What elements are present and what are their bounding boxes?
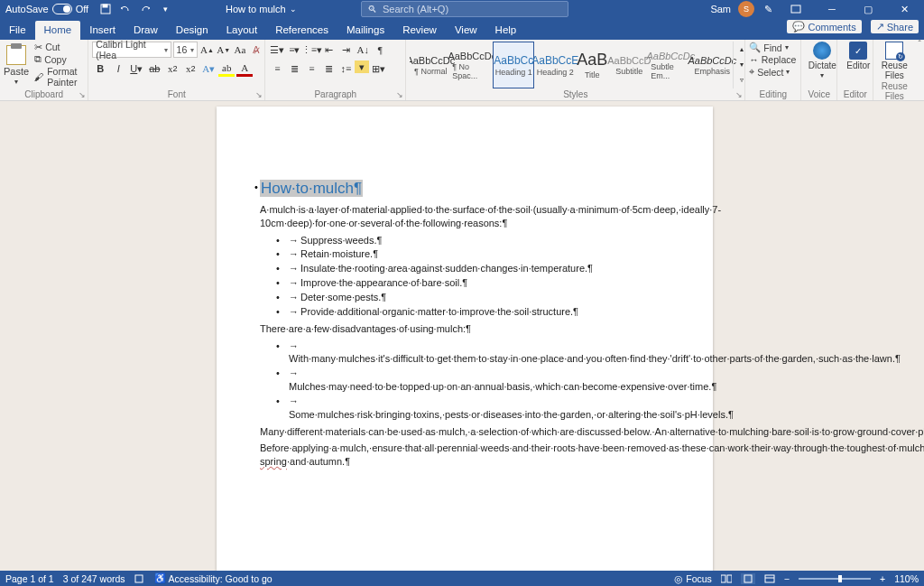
underline-button[interactable]: U▾: [128, 60, 144, 77]
style-no-spacing[interactable]: AaBbCcDc¶ No Spac...: [451, 42, 493, 88]
copy-button[interactable]: ⧉Copy: [32, 53, 84, 65]
bullet-list[interactable]: → With·many·mulches·it's·difficult·to·ge…: [276, 340, 677, 422]
zoom-slider[interactable]: [799, 578, 871, 580]
document-page[interactable]: How·to·mulch A·mulch·is·a·layer·of·mater…: [217, 107, 713, 571]
tab-view[interactable]: View: [446, 21, 486, 40]
save-icon[interactable]: [99, 3, 112, 15]
list-item[interactable]: → Provide·additional·organic·matter·to·i…: [276, 305, 677, 319]
tab-references[interactable]: References: [266, 21, 337, 40]
collapse-ribbon-button[interactable]: ˆ: [915, 40, 924, 100]
heading-1[interactable]: How·to·mulch: [260, 180, 363, 197]
clear-formatting-button[interactable]: A̷: [249, 42, 263, 58]
pen-icon[interactable]: ✎: [762, 3, 774, 15]
dialog-launcher-icon[interactable]: ↘: [255, 90, 263, 99]
ribbon-display-icon[interactable]: [781, 0, 810, 18]
borders-button[interactable]: ⊞▾: [370, 60, 386, 77]
maximize-button[interactable]: ▢: [854, 0, 882, 18]
styles-gallery[interactable]: AaBbCcDc¶ Normal AaBbCcDc¶ No Spac... Aa…: [410, 42, 744, 88]
select-button[interactable]: ⌖Select▾: [749, 66, 799, 78]
zoom-level[interactable]: 110%: [894, 573, 919, 584]
dialog-launcher-icon[interactable]: ↘: [79, 90, 86, 99]
zoom-in-button[interactable]: +: [880, 573, 885, 584]
bullet-list[interactable]: → Suppress·weeds. → Retain·moisture. → I…: [276, 234, 677, 319]
editor-button[interactable]: ✓ Editor: [841, 42, 875, 70]
body-paragraph[interactable]: Many·different·materials·can·be·used·as·…: [260, 425, 677, 439]
style-normal[interactable]: AaBbCcDc¶ Normal: [410, 42, 451, 88]
reuse-files-button[interactable]: ↻ Reuse Files: [877, 42, 911, 80]
dialog-launcher-icon[interactable]: ↘: [735, 90, 743, 99]
style-heading-2[interactable]: AaBbCcEHeading 2: [534, 42, 576, 88]
shrink-font-button[interactable]: A▼: [217, 42, 231, 58]
list-item[interactable]: → Improve·the·appearance·of·bare·soil.: [276, 276, 677, 290]
zoom-out-button[interactable]: −: [784, 573, 790, 584]
shading-button[interactable]: ▾: [355, 60, 369, 73]
print-layout-button[interactable]: [741, 573, 755, 584]
text-effects-button[interactable]: A▾: [200, 60, 217, 77]
list-item[interactable]: → Retain·moisture.: [276, 247, 677, 261]
tab-help[interactable]: Help: [486, 21, 526, 40]
styles-scroll-down[interactable]: ▾: [734, 57, 744, 72]
tab-design[interactable]: Design: [167, 21, 217, 40]
cut-button[interactable]: ✂Cut: [32, 42, 84, 52]
word-count[interactable]: 3 of 247 words: [63, 573, 125, 584]
line-spacing-button[interactable]: ↕≡: [337, 60, 354, 77]
list-item[interactable]: → Insulate·the·rooting·area·against·sudd…: [276, 262, 677, 275]
highlight-button[interactable]: ab: [218, 60, 235, 77]
qat-dropdown-icon[interactable]: ▾: [159, 3, 171, 15]
paste-button[interactable]: Paste ▾: [4, 42, 29, 88]
list-item[interactable]: → Deter·some·pests.: [276, 291, 677, 304]
tab-insert[interactable]: Insert: [80, 21, 125, 40]
multilevel-button[interactable]: ⋮≡▾: [303, 42, 319, 58]
sort-button[interactable]: A↓: [355, 42, 371, 58]
styles-expand[interactable]: ▿: [734, 72, 744, 88]
tab-mailings[interactable]: Mailings: [337, 21, 393, 40]
share-button[interactable]: ↗Share: [871, 20, 919, 33]
list-item[interactable]: → Some·mulches·risk·bringing·toxins,·pes…: [276, 395, 677, 422]
accessibility-status[interactable]: ♿Accessibility: Good to go: [154, 572, 273, 584]
show-marks-button[interactable]: ¶: [372, 42, 388, 58]
list-item[interactable]: → With·many·mulches·it's·difficult·to·ge…: [276, 340, 677, 367]
styles-scroll-up[interactable]: ▴: [734, 42, 744, 57]
autosave-toggle[interactable]: AutoSave Off: [0, 4, 94, 14]
decrease-indent-button[interactable]: ⇤: [320, 42, 337, 58]
change-case-button[interactable]: Aa: [233, 42, 247, 58]
tab-review[interactable]: Review: [393, 21, 446, 40]
list-item[interactable]: → Mulches·may·need·to·be·topped·up·on·an…: [276, 367, 677, 394]
italic-button[interactable]: I: [110, 60, 126, 77]
bullets-button[interactable]: ☰▾: [269, 42, 285, 58]
format-painter-button[interactable]: 🖌Format Painter: [32, 66, 84, 88]
align-right-button[interactable]: ≡: [303, 60, 319, 77]
justify-button[interactable]: ≣: [320, 60, 337, 77]
style-subtle-emphasis[interactable]: AaBbCcDcSubtle Em...: [650, 42, 691, 88]
username-label[interactable]: Sam: [710, 4, 731, 14]
font-name-combo[interactable]: Calibri Light (Hea▾: [92, 42, 171, 58]
page-count[interactable]: Page 1 of 1: [5, 573, 54, 584]
find-button[interactable]: 🔍Find▾: [749, 42, 799, 53]
style-emphasis[interactable]: AaBbCcDcEmphasis: [691, 42, 733, 88]
comments-button[interactable]: 💬Comments: [787, 20, 861, 33]
increase-indent-button[interactable]: ⇥: [337, 42, 354, 58]
undo-icon[interactable]: [119, 3, 132, 15]
body-paragraph[interactable]: A·mulch·is·a·layer·of·material·applied·t…: [260, 203, 677, 230]
font-color-button[interactable]: A: [236, 60, 253, 77]
tab-home[interactable]: Home: [35, 21, 81, 40]
superscript-button[interactable]: x2: [182, 60, 199, 77]
redo-icon[interactable]: [139, 3, 152, 15]
tab-draw[interactable]: Draw: [125, 21, 167, 40]
read-mode-button[interactable]: [721, 574, 732, 583]
style-heading-1[interactable]: AaBbCcHeading 1: [493, 42, 534, 88]
web-layout-button[interactable]: [764, 574, 775, 583]
body-paragraph[interactable]: Before·applying·a·mulch,·ensure·that·all…: [260, 442, 677, 469]
focus-button[interactable]: ◎Focus: [674, 573, 712, 584]
user-avatar[interactable]: S: [738, 1, 754, 17]
strikethrough-button[interactable]: ab: [146, 60, 162, 77]
close-button[interactable]: ✕: [890, 0, 919, 18]
minimize-button[interactable]: ─: [818, 0, 846, 18]
dialog-launcher-icon[interactable]: ↘: [396, 90, 403, 99]
grow-font-button[interactable]: A▲: [199, 42, 214, 58]
dictate-button[interactable]: Dictate ▾: [805, 42, 839, 79]
spell-check-status[interactable]: [134, 574, 145, 583]
bold-button[interactable]: B: [92, 60, 108, 77]
search-input[interactable]: 🔍︎ Search (Alt+Q): [361, 1, 568, 17]
align-center-button[interactable]: ≣: [286, 60, 302, 77]
